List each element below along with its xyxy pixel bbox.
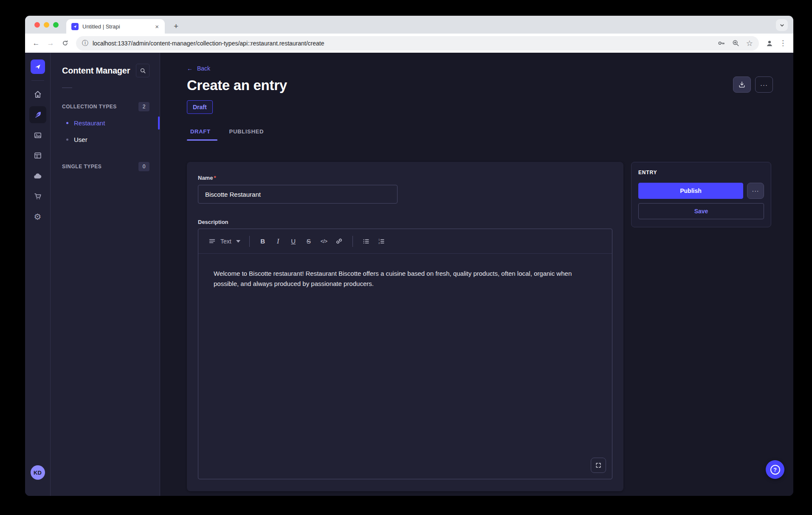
back-link[interactable]: ← Back bbox=[187, 65, 210, 72]
gear-icon: ⚙ bbox=[34, 212, 42, 221]
underline-button[interactable]: U bbox=[286, 234, 301, 249]
tab-draft[interactable]: DRAFT bbox=[187, 128, 217, 141]
new-tab-button[interactable]: + bbox=[170, 20, 182, 32]
password-key-icon[interactable] bbox=[717, 39, 725, 47]
back-arrow-icon: ← bbox=[187, 65, 193, 72]
tab-search-button[interactable] bbox=[776, 19, 788, 31]
entry-panel: ENTRY Publish ··· Save bbox=[631, 162, 771, 227]
search-icon bbox=[140, 68, 146, 74]
nav-divider bbox=[31, 80, 44, 81]
toolbar-divider bbox=[352, 236, 353, 247]
strapi-logo-button[interactable] bbox=[31, 59, 45, 74]
browser-toolbar: ← → ⓘ localhost:1337/admin/content-manag… bbox=[25, 34, 793, 53]
close-window-button[interactable] bbox=[34, 22, 40, 28]
app-nav-rail: ⚙ KD bbox=[25, 53, 51, 496]
sidebar-item-settings[interactable]: ⚙ bbox=[29, 208, 46, 225]
zoom-window-button[interactable] bbox=[53, 22, 59, 28]
more-actions-button[interactable]: ··· bbox=[755, 76, 773, 93]
sidebar-item-label: Restaurant bbox=[74, 119, 105, 127]
site-info-icon[interactable]: ⓘ bbox=[82, 39, 88, 47]
sidebar-item-home[interactable] bbox=[29, 86, 46, 103]
sidebar-item-user[interactable]: User bbox=[62, 131, 149, 148]
link-icon bbox=[336, 238, 343, 245]
entry-more-button[interactable]: ··· bbox=[747, 183, 764, 199]
sidebar-item-media-library[interactable] bbox=[29, 127, 46, 144]
publish-button[interactable]: Publish bbox=[638, 183, 743, 199]
minimize-window-button[interactable] bbox=[44, 22, 49, 28]
numbered-list-icon: 12 bbox=[378, 238, 385, 245]
address-bar[interactable]: ⓘ localhost:1337/admin/content-manager/c… bbox=[76, 36, 759, 51]
download-icon bbox=[738, 81, 746, 88]
editor-toolbar: Text B I U S </> bbox=[198, 229, 612, 254]
block-type-dropdown[interactable]: Text bbox=[205, 234, 244, 249]
collection-types-list: Restaurant User bbox=[62, 115, 149, 148]
content-manager-sidebar: Content Manager COLLECTION TYPES 2 Resta… bbox=[51, 53, 160, 496]
browser-tab-strip: Untitled | Strapi × + bbox=[25, 16, 793, 34]
strikethrough-button[interactable]: S bbox=[302, 234, 316, 249]
required-asterisk: * bbox=[214, 175, 216, 181]
browser-menu-icon[interactable]: ⋮ bbox=[777, 39, 789, 48]
entry-panel-title: ENTRY bbox=[638, 170, 764, 175]
shopping-cart-icon bbox=[34, 192, 42, 201]
strapi-logo-glyph bbox=[73, 24, 77, 29]
url-text[interactable]: localhost:1337/admin/content-manager/col… bbox=[93, 40, 713, 47]
sidebar-item-cloud[interactable] bbox=[29, 167, 46, 184]
browser-profile-icon[interactable] bbox=[763, 37, 776, 50]
header-actions: ··· bbox=[733, 76, 773, 93]
expand-editor-button[interactable] bbox=[591, 458, 606, 473]
page-title: Create an entry bbox=[187, 77, 773, 93]
bookmark-star-icon[interactable]: ☆ bbox=[746, 40, 753, 47]
name-input[interactable] bbox=[198, 185, 398, 204]
caret-down-icon bbox=[236, 240, 240, 243]
bulleted-list-button[interactable] bbox=[359, 234, 373, 249]
expand-icon bbox=[595, 462, 602, 469]
status-badge: Draft bbox=[187, 100, 213, 114]
collection-types-count-badge: 2 bbox=[138, 102, 149, 111]
user-avatar[interactable]: KD bbox=[31, 465, 45, 480]
layout-icon bbox=[34, 151, 42, 160]
bold-button[interactable]: B bbox=[256, 234, 270, 249]
media-library-icon bbox=[34, 131, 42, 139]
export-button[interactable] bbox=[733, 76, 751, 93]
entry-form-card: Name* Description Text B bbox=[187, 162, 623, 491]
home-icon bbox=[34, 90, 42, 99]
version-tabs: DRAFT PUBLISHED bbox=[187, 128, 773, 141]
feather-icon bbox=[34, 110, 42, 119]
description-field-label: Description bbox=[198, 219, 612, 225]
link-button[interactable] bbox=[332, 234, 347, 249]
tab-published[interactable]: PUBLISHED bbox=[226, 128, 271, 141]
strapi-logo-icon bbox=[34, 63, 42, 71]
description-text[interactable]: Welcome to Biscotte restaurant! Restaura… bbox=[214, 269, 597, 289]
help-button[interactable]: ? bbox=[766, 460, 784, 479]
chevron-down-icon bbox=[779, 23, 785, 28]
zoom-icon[interactable] bbox=[732, 39, 740, 47]
question-mark-icon: ? bbox=[770, 465, 780, 475]
sidebar-item-restaurant[interactable]: Restaurant bbox=[62, 115, 149, 131]
sidebar-item-label: User bbox=[74, 136, 87, 143]
code-button[interactable]: </> bbox=[317, 234, 331, 249]
publish-row: Publish ··· bbox=[638, 183, 764, 199]
collection-types-label: COLLECTION TYPES bbox=[62, 104, 117, 110]
close-tab-icon[interactable]: × bbox=[154, 23, 160, 31]
sidebar-item-content-type-builder[interactable] bbox=[29, 147, 46, 164]
strapi-app: ⚙ KD Content Manager COLLECTION TYPES 2 bbox=[25, 53, 793, 496]
omnibox-icons: ☆ bbox=[717, 39, 753, 47]
numbered-list-button[interactable]: 12 bbox=[374, 234, 389, 249]
back-button[interactable]: ← bbox=[29, 37, 43, 50]
sidebar-item-marketplace[interactable] bbox=[29, 188, 46, 205]
search-button[interactable] bbox=[136, 64, 149, 77]
sidebar-item-content-manager[interactable] bbox=[29, 106, 46, 123]
sidebar-title: Content Manager bbox=[62, 66, 130, 76]
italic-button[interactable]: I bbox=[271, 234, 285, 249]
editor-content[interactable]: Welcome to Biscotte restaurant! Restaura… bbox=[198, 254, 612, 479]
browser-tab[interactable]: Untitled | Strapi × bbox=[66, 19, 165, 34]
single-types-label: SINGLE TYPES bbox=[62, 164, 102, 170]
single-types-count-badge: 0 bbox=[138, 162, 149, 171]
forward-button[interactable]: → bbox=[44, 37, 57, 50]
toolbar-divider bbox=[249, 236, 250, 247]
reload-button[interactable] bbox=[58, 37, 72, 50]
rich-text-editor: Text B I U S </> bbox=[198, 229, 612, 479]
save-button[interactable]: Save bbox=[638, 203, 764, 219]
tab-title: Untitled | Strapi bbox=[82, 23, 150, 30]
back-label: Back bbox=[197, 65, 210, 72]
